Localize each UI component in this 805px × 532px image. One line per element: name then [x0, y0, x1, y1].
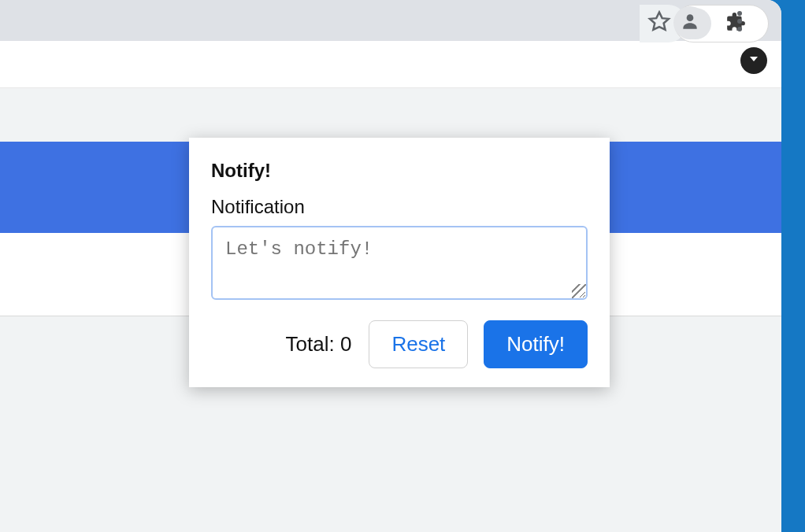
svg-point-0: [687, 14, 694, 21]
star-icon: [647, 10, 671, 37]
profile-button[interactable]: [673, 6, 707, 39]
notify-button[interactable]: Notify!: [484, 320, 588, 368]
total-count: Total: 0: [286, 332, 352, 357]
browser-menu-button[interactable]: [723, 6, 756, 39]
notification-label: Notification: [211, 196, 588, 218]
popup-title: Notify!: [211, 160, 588, 182]
toolbar: [0, 41, 781, 88]
popup-footer: Total: 0 Reset Notify!: [211, 320, 588, 368]
kebab-icon: [737, 11, 742, 35]
total-value: 0: [340, 332, 351, 356]
svg-point-2: [737, 19, 742, 24]
dropdown-icon: [748, 54, 759, 68]
reset-button[interactable]: Reset: [369, 320, 468, 368]
notification-input[interactable]: [211, 226, 588, 300]
extension-popup: Notify! Notification Total: 0 Reset Noti…: [189, 138, 610, 387]
total-label: Total:: [286, 332, 335, 356]
profile-icon: [680, 11, 700, 35]
svg-point-3: [737, 27, 742, 31]
svg-point-1: [737, 11, 742, 16]
overflow-dropdown[interactable]: [740, 47, 767, 74]
